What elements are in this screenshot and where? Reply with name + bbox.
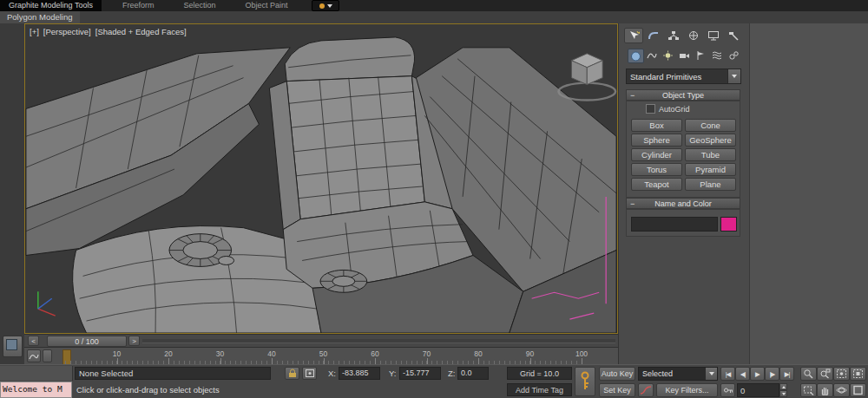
tab-create[interactable] — [624, 28, 643, 43]
dropdown-arrow-button[interactable] — [706, 368, 717, 380]
spin-up-icon[interactable] — [779, 383, 787, 390]
z-coordinate-input[interactable]: 0.0 — [457, 367, 489, 380]
ribbon-options-button[interactable] — [312, 0, 339, 11]
tab-display[interactable] — [704, 28, 723, 43]
primitives-dropdown-value: Standard Primitives — [627, 72, 727, 82]
track-bar[interactable]: 102030405060708090100 — [24, 347, 618, 365]
time-slider-groove[interactable] — [142, 339, 615, 343]
category-lights[interactable] — [661, 49, 675, 62]
category-geometry[interactable] — [628, 49, 644, 63]
button-cylinder[interactable]: Cylinder — [631, 148, 682, 161]
button-box[interactable]: Box — [631, 119, 682, 132]
ruler-tick-label: 30 — [210, 349, 231, 358]
time-slider-handle[interactable]: 0 / 100 — [47, 336, 127, 347]
viewport-menu-shading[interactable]: [Shaded + Edged Faces] — [95, 27, 187, 36]
ribbon-tab-freeform[interactable]: Freeform — [114, 0, 163, 11]
shapes-icon — [646, 50, 657, 61]
previous-frame-button[interactable]: ◀| — [735, 367, 750, 381]
auto-key-button[interactable]: Auto Key — [599, 367, 635, 381]
absolute-offset-toggle[interactable] — [302, 367, 317, 380]
left-dock-strip — [0, 23, 25, 364]
category-shapes[interactable] — [644, 49, 659, 62]
ribbon-tab-graphite-modeling-tools[interactable]: Graphite Modeling Tools — [0, 0, 102, 11]
tab-hierarchy[interactable] — [664, 28, 683, 43]
ribbon-tab-selection[interactable]: Selection — [174, 0, 224, 11]
tab-utilities[interactable] — [724, 28, 743, 43]
chevron-down-icon — [732, 75, 737, 78]
pan-button[interactable] — [817, 383, 833, 397]
selection-lock-toggle[interactable] — [285, 367, 299, 380]
dropdown-arrow-button[interactable] — [727, 69, 740, 83]
autogrid-checkbox[interactable] — [646, 104, 655, 114]
ruler-tick — [530, 358, 531, 364]
tab-polygon-modeling[interactable]: Polygon Modeling — [0, 11, 80, 23]
button-sphere[interactable]: Sphere — [631, 134, 682, 147]
go-to-start-button[interactable]: |◀ — [720, 367, 735, 381]
set-key-button[interactable]: Set Key — [599, 383, 635, 397]
object-name-input[interactable] — [631, 217, 718, 232]
current-frame-spinner[interactable]: 0 — [737, 383, 787, 397]
button-torus[interactable]: Torus — [631, 163, 682, 176]
maxscript-mini-listener[interactable]: Welcome to M — [0, 382, 72, 398]
viewport-menu-pov[interactable]: [Perspective] — [43, 27, 91, 36]
maximize-icon — [852, 385, 864, 395]
go-to-end-button[interactable]: ▶| — [779, 367, 794, 381]
perspective-viewport[interactable]: [+] [Perspective] [Shaded + Edged Faces] — [24, 23, 618, 334]
previous-frame-arrow-button[interactable]: < — [28, 336, 39, 346]
ruler-tick — [427, 358, 428, 364]
category-space-warps[interactable] — [710, 49, 725, 62]
category-helpers[interactable] — [694, 49, 708, 62]
key-mode-toggle[interactable] — [720, 383, 735, 397]
time-slider-track[interactable]: < 0 / 100 > — [24, 334, 618, 348]
autogrid-label: AutoGrid — [659, 105, 690, 114]
maximize-viewport-toggle[interactable] — [850, 383, 866, 397]
key-filters-button[interactable]: Key Filters... — [656, 383, 718, 397]
set-keys-button[interactable] — [575, 367, 595, 396]
zoom-region-button[interactable] — [800, 383, 817, 397]
primitives-dropdown[interactable]: Standard Primitives — [626, 69, 741, 84]
orbit-button[interactable] — [833, 383, 850, 397]
viewport-menu-general[interactable]: [+] — [30, 27, 39, 36]
frame-spinner-arrows[interactable] — [779, 383, 787, 397]
track-bar-ruler[interactable]: 102030405060708090100 — [65, 348, 598, 365]
open-mini-curve-editor-button[interactable] — [27, 349, 41, 362]
object-color-swatch[interactable] — [720, 217, 737, 232]
selection-set-dropdown[interactable]: Selected — [638, 367, 718, 381]
viewport-layout-button[interactable] — [3, 336, 23, 357]
button-pyramid[interactable]: Pyramid — [685, 163, 736, 176]
tab-motion[interactable] — [684, 28, 703, 43]
ruler-tick — [582, 358, 582, 364]
zoom-extents-button[interactable] — [833, 367, 850, 381]
button-geosphere[interactable]: GeoSphere — [685, 134, 736, 147]
ruler-tick-label: 70 — [417, 349, 437, 358]
macro-recorder-line[interactable] — [0, 366, 73, 381]
default-tangent-button[interactable] — [638, 383, 654, 397]
rollout-object-type[interactable]: − Object Type — [626, 89, 740, 101]
tab-modify[interactable] — [644, 28, 663, 43]
button-cone[interactable]: Cone — [685, 119, 736, 132]
play-animation-button[interactable]: ▶ — [750, 367, 765, 381]
viewport-3d-scene[interactable] — [25, 24, 617, 333]
track-bar-filter-button[interactable] — [43, 349, 52, 362]
x-label: X: — [328, 369, 336, 378]
next-frame-button[interactable]: |▶ — [765, 367, 779, 381]
ruler-tick-label: 20 — [158, 349, 179, 358]
zoom-extents-all-button[interactable] — [850, 367, 866, 381]
y-coordinate-input[interactable]: -15.777 — [399, 367, 441, 380]
add-time-tag[interactable]: Add Time Tag — [507, 383, 572, 396]
button-tube[interactable]: Tube — [685, 148, 736, 161]
rollout-name-and-color[interactable]: − Name and Color — [626, 198, 740, 209]
ribbon-tab-object-paint[interactable]: Object Paint — [236, 0, 296, 11]
current-frame-value[interactable]: 0 — [737, 383, 779, 397]
zoom-all-button[interactable] — [817, 367, 833, 381]
key-mode-icon — [723, 385, 733, 395]
spin-down-icon[interactable] — [779, 390, 787, 397]
button-plane[interactable]: Plane — [685, 178, 736, 191]
hierarchy-icon — [667, 30, 680, 41]
x-coordinate-input[interactable]: -83.885 — [339, 367, 380, 380]
category-systems[interactable] — [727, 49, 741, 62]
button-teapot[interactable]: Teapot — [631, 178, 682, 191]
next-frame-arrow-button[interactable]: > — [128, 336, 140, 346]
category-cameras[interactable] — [677, 49, 692, 62]
zoom-button[interactable] — [800, 367, 817, 381]
